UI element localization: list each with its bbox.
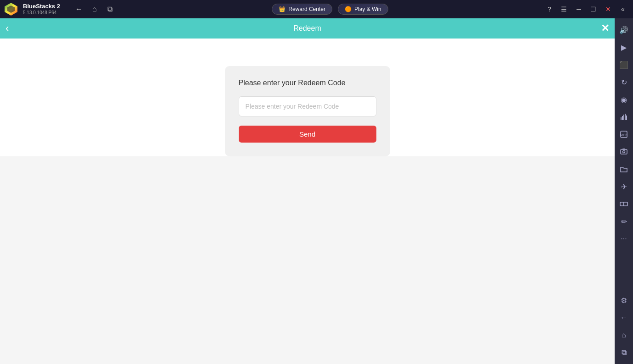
svg-point-10 [623,151,625,153]
back-sidebar-icon[interactable]: ← [616,310,632,325]
home-sidebar-icon[interactable]: ⌂ [616,327,632,343]
play-sidebar-icon[interactable]: ▶ [616,39,632,55]
svg-rect-3 [622,116,623,120]
svg-rect-11 [622,149,625,149]
redeem-code-input[interactable] [239,96,376,116]
send-button[interactable]: Send [239,126,376,143]
edit-sidebar-icon[interactable]: ✏ [616,214,632,229]
svg-rect-6 [626,116,627,120]
rotate-sidebar-icon[interactable]: ↻ [616,74,632,90]
white-area: Please enter your Redeem Code Send [0,39,615,156]
multitask-sidebar-icon[interactable]: ⧉ [616,345,632,360]
svg-rect-2 [621,117,622,120]
minimize-button[interactable]: ─ [572,3,585,16]
play-icon: 🟠 [345,6,352,12]
nav-home-button[interactable]: ⌂ [88,2,101,16]
maximize-button[interactable]: ☐ [587,3,600,16]
title-bar-center: 👑 Reward Center 🟠 Play & Win [272,4,388,15]
title-bar-nav: ← ⌂ ⧉ [72,2,117,16]
teal-bar: ‹ Redeem ✕ [0,18,615,39]
pin-button[interactable]: « [616,3,629,16]
reward-center-label: Reward Center [288,6,325,12]
svg-rect-13 [624,202,627,206]
reward-icon: 👑 [279,6,286,12]
redeem-card: Please enter your Redeem Code Send [225,66,390,156]
macro-sidebar-icon[interactable]: MPK [616,127,632,142]
main-content: ‹ Redeem ✕ Please enter your Redeem Code… [0,18,615,364]
screen-sidebar-icon[interactable]: ⬛ [616,57,632,72]
app-version: 5.13.0.1048 P64 [23,10,60,16]
volume-icon[interactable]: 🔊 [616,22,632,38]
teal-bar-title: Redeem [293,24,321,33]
app-info: BlueStacks 2 5.13.0.1048 P64 [23,3,60,16]
app-name: BlueStacks 2 [23,3,60,10]
menu-button[interactable]: ☰ [558,3,571,16]
right-sidebar: 🔊 ▶ ⬛ ↻ ◉ MPK [615,18,633,364]
more-sidebar-icon[interactable]: ··· [616,231,632,247]
play-win-button[interactable]: 🟠 Play & Win [338,4,388,15]
teal-bar-back-button[interactable]: ‹ [6,22,9,34]
title-bar-left: BlueStacks 2 5.13.0.1048 P64 ← ⌂ ⧉ [4,2,117,17]
svg-rect-4 [623,115,624,120]
title-bar: BlueStacks 2 5.13.0.1048 P64 ← ⌂ ⧉ 👑 Rew… [0,0,633,18]
back-chevron-icon: ‹ [6,22,9,34]
teal-bar-close-button[interactable]: ✕ [601,22,609,34]
app-logo [4,2,18,17]
svg-rect-5 [625,114,626,120]
gamepad-sidebar-icon[interactable]: ✈ [616,179,632,194]
reward-center-button[interactable]: 👑 Reward Center [272,4,332,15]
folder-sidebar-icon[interactable] [616,161,632,177]
performance-sidebar-icon[interactable] [616,109,632,125]
content-area: ‹ Redeem ✕ Please enter your Redeem Code… [0,18,633,364]
close-button[interactable]: ✕ [602,3,615,16]
svg-rect-9 [621,149,627,154]
svg-text:MPK: MPK [620,133,628,137]
title-bar-right: ? ☰ ─ ☐ ✕ « [543,3,629,16]
svg-rect-12 [620,202,624,206]
screenshot-sidebar-icon[interactable] [616,144,632,160]
redeem-title: Please enter your Redeem Code [239,79,346,87]
play-win-label: Play & Win [354,6,381,12]
location-sidebar-icon[interactable]: ◉ [616,92,632,107]
nav-back-button[interactable]: ← [72,2,86,16]
nav-tabs-button[interactable]: ⧉ [103,2,117,16]
resize-sidebar-icon[interactable] [616,196,632,212]
settings-sidebar-icon[interactable]: ⚙ [616,292,632,308]
help-button[interactable]: ? [543,3,556,16]
